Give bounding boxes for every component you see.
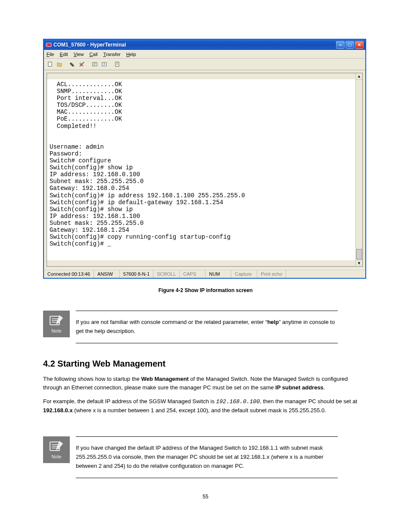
page-number: 55 [43,494,368,500]
titlebar[interactable]: COM1_57600 - HyperTerminal – □ × [44,40,365,50]
new-icon[interactable] [46,60,54,68]
app-icon [46,42,52,48]
menu-call[interactable]: Call [90,52,98,57]
disconnect-icon[interactable] [78,60,86,68]
note-text-2: If you have changed the default IP addre… [76,436,338,478]
status-printecho: Print echo [257,270,286,278]
svg-rect-0 [46,43,51,47]
note-text-1: If you are not familiar with console com… [76,311,338,343]
section-heading: 4.2 Starting Web Management [43,359,368,369]
status-connected: Connected 00:13:46 [44,270,94,278]
note-block-1: Note If you are not familiar with consol… [43,311,368,343]
note-label: Note [51,454,61,459]
receive-icon[interactable] [100,60,109,68]
menu-transfer[interactable]: Transfer [103,52,121,57]
scrollbar-vertical[interactable] [355,73,362,266]
status-scroll: SCROLL [153,270,180,278]
paragraph-2: For example, the default IP address of t… [43,397,368,415]
client-area: ACL.............OK SNMP............OK Po… [44,70,365,269]
properties-icon[interactable] [113,60,121,68]
menu-edit[interactable]: Edit [60,52,68,57]
figure-caption: Figure 4-2 Show IP information screen [43,287,368,293]
status-term: ANSIW [94,270,120,278]
note-icon: Note [43,311,70,337]
open-icon[interactable] [55,60,64,68]
menu-view[interactable]: View [74,52,84,57]
paragraph-1: The following shows how to startup the W… [43,375,368,392]
status-settings: 57600 8-N-1 [120,270,153,278]
note-label: Note [51,328,61,333]
statusbar: Connected 00:13:46 ANSIW 57600 8-N-1 SCR… [44,269,365,278]
call-icon[interactable] [68,60,77,68]
status-caps: CAPS [180,270,206,278]
send-icon[interactable] [90,60,99,68]
scrollbar-thumb[interactable] [356,249,362,259]
note-block-2: Note If you have changed the default IP … [43,436,368,478]
note-icon: Note [43,436,70,463]
status-capture: Capture [231,270,257,278]
window-title: COM1_57600 - HyperTerminal [53,42,336,48]
svg-point-1 [47,44,48,45]
minimize-button[interactable]: – [336,41,345,49]
maximize-button[interactable]: □ [346,41,354,49]
close-button[interactable]: × [355,41,364,49]
status-num: NUM [206,270,231,278]
toolbar [44,59,365,70]
terminal-output[interactable]: ACL.............OK SNMP............OK Po… [47,79,355,260]
menu-file[interactable]: File [47,52,54,57]
menu-help[interactable]: Help [126,52,136,57]
menubar: File Edit View Call Transfer Help [44,50,365,59]
svg-rect-2 [48,62,52,66]
hyperterminal-window: COM1_57600 - HyperTerminal – □ × File Ed… [43,39,366,279]
